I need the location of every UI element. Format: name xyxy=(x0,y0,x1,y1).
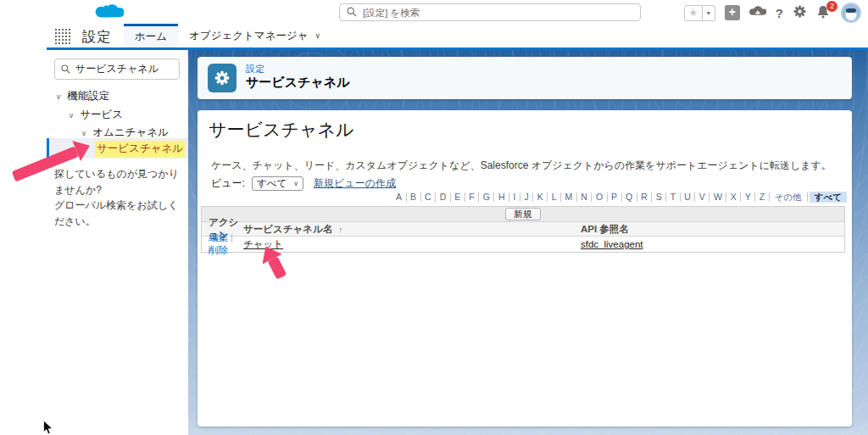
table-action-band: 新規 xyxy=(202,207,844,222)
chevron-down-icon: ∨ xyxy=(293,180,298,187)
alphabet-link[interactable]: M xyxy=(561,192,577,202)
setup-gear-icon[interactable] xyxy=(793,4,807,22)
sidebar-search-input[interactable] xyxy=(75,64,169,75)
alphabet-link[interactable]: A xyxy=(392,192,407,202)
mouse-cursor xyxy=(42,420,54,435)
alphabet-link[interactable]: Y xyxy=(741,192,755,202)
highlighted-tree-label: サービスチャネル xyxy=(95,141,185,157)
alphabet-link[interactable]: S xyxy=(652,192,666,202)
table-header-row: アクション サービスチャネル名 ↑ API 参照名 xyxy=(202,222,844,237)
tab-object-manager-label: オブジェクトマネージャ xyxy=(189,29,308,43)
breadcrumb-setup-link[interactable]: 設定 xyxy=(246,63,264,75)
alphabet-link-all-active[interactable]: すべて xyxy=(810,192,847,203)
search-icon xyxy=(347,5,357,20)
row-actions: 編集|削除 xyxy=(202,231,243,257)
notifications-bell-icon[interactable]: 2 xyxy=(816,5,832,20)
chevron-down-icon[interactable]: ∨ xyxy=(69,111,74,120)
tab-home-label: ホーム xyxy=(135,30,167,44)
alphabet-link[interactable]: P xyxy=(608,192,622,202)
alphabet-link[interactable]: E xyxy=(451,192,465,202)
notification-count-badge: 2 xyxy=(826,1,837,12)
alphabet-link[interactable]: W xyxy=(709,192,726,202)
create-view-link[interactable]: 新規ビューの作成 xyxy=(314,176,396,191)
page-title: サービスチャネル xyxy=(209,118,353,142)
sidebar-item-service[interactable]: ∨ サービス xyxy=(69,107,123,123)
not-found-line1: 探しているものが見つかりませんか? xyxy=(54,166,183,198)
not-found-line2: グローバル検索をお試しください。 xyxy=(54,198,183,229)
favorites-dropdown-icon[interactable]: ▾ xyxy=(703,5,715,21)
alphabet-link[interactable]: B xyxy=(407,192,421,202)
view-select[interactable]: すべて ∨ xyxy=(252,176,303,191)
alphabet-link[interactable]: C xyxy=(421,192,437,202)
view-controls: ビュー: すべて ∨ 新規ビューの作成 xyxy=(211,176,396,191)
tree-label: サービス xyxy=(80,108,123,122)
sidebar-not-found-text: 探しているものが見つかりませんか? グローバル検索をお試しください。 xyxy=(54,166,183,229)
alphabet-link-other[interactable]: その他 xyxy=(770,192,808,202)
global-header-actions: ★ ▾ + ? 2 xyxy=(684,3,861,22)
page-header-title: サービスチャネル xyxy=(246,75,349,91)
alphabet-link[interactable]: N xyxy=(577,192,593,202)
alphabet-link[interactable]: G xyxy=(479,192,494,202)
help-icon[interactable]: ? xyxy=(776,6,783,20)
tree-label: 機能設定 xyxy=(67,89,109,103)
tab-object-manager[interactable]: オブジェクトマネージャ ∨ xyxy=(178,24,331,47)
chevron-down-icon[interactable]: ∨ xyxy=(56,92,61,101)
content-card xyxy=(198,110,852,427)
column-header-api: API 参照名 xyxy=(581,223,844,236)
chevron-down-icon: ∨ xyxy=(315,31,321,40)
link-separator: | xyxy=(231,232,233,243)
sidebar-item-feature-settings[interactable]: ∨ 機能設定 xyxy=(56,88,109,104)
alphabet-filter: A B C D E F G H I J K L M N O P Q R S T … xyxy=(392,192,847,203)
alphabet-link[interactable]: R xyxy=(637,192,653,202)
edit-link[interactable]: 編集 xyxy=(209,232,228,243)
alphabet-link[interactable]: D xyxy=(436,192,451,202)
alphabet-link[interactable]: T xyxy=(666,192,680,202)
sidebar-search[interactable] xyxy=(54,59,180,80)
star-icon[interactable]: ★ xyxy=(684,5,703,21)
app-launcher-icon[interactable] xyxy=(54,28,71,45)
trailhead-icon[interactable] xyxy=(749,5,766,21)
column-header-name[interactable]: サービスチャネル名 ↑ xyxy=(243,223,581,236)
salesforce-logo-icon[interactable] xyxy=(95,2,124,26)
quick-create-button[interactable]: + xyxy=(725,5,740,20)
alphabet-link[interactable]: V xyxy=(695,192,709,202)
favorites-button[interactable]: ★ ▾ xyxy=(684,5,715,21)
alphabet-link[interactable]: O xyxy=(592,192,607,202)
page-description: ケース、チャット、リード、カスタムオブジェクトなど、Salesforce オブジ… xyxy=(211,159,832,173)
view-label: ビュー: xyxy=(211,176,245,191)
row-api-cell: sfdc_liveagent xyxy=(581,239,844,249)
global-search[interactable] xyxy=(339,3,641,21)
tab-home[interactable]: ホーム xyxy=(124,24,178,47)
global-search-input[interactable] xyxy=(363,8,617,18)
alphabet-link[interactable]: X xyxy=(726,192,741,202)
new-button[interactable]: 新規 xyxy=(505,208,541,220)
setup-page-gear-icon xyxy=(208,64,236,92)
global-header: ★ ▾ + ? 2 xyxy=(47,0,868,24)
search-icon xyxy=(61,62,70,77)
alphabet-link[interactable]: I xyxy=(509,192,520,202)
api-name-link[interactable]: sfdc_liveagent xyxy=(581,239,643,249)
nav-tabs: ホーム オブジェクトマネージャ ∨ xyxy=(124,24,331,47)
service-channels-table: 新規 アクション サービスチャネル名 ↑ API 参照名 編集|削除 チャット … xyxy=(201,206,845,253)
view-select-value: すべて xyxy=(257,177,287,190)
alphabet-link[interactable]: Q xyxy=(622,192,637,202)
alphabet-link[interactable]: U xyxy=(681,192,696,202)
alphabet-link[interactable]: J xyxy=(520,192,533,202)
salesforce-setup-page: ★ ▾ + ? 2 設定 ホーム オブジェクトマネージャ ∨ xyxy=(0,0,868,435)
row-name-cell: チャット xyxy=(243,238,581,251)
delete-link[interactable]: 削除 xyxy=(209,245,228,255)
app-name: 設定 xyxy=(82,28,112,47)
alphabet-link[interactable]: F xyxy=(465,192,479,202)
table-row: 編集|削除 チャット sfdc_liveagent xyxy=(202,237,844,252)
alphabet-link[interactable]: H xyxy=(494,192,509,202)
alphabet-link[interactable]: K xyxy=(533,192,548,202)
column-header-name-label: サービスチャネル名 xyxy=(243,224,332,234)
alphabet-link[interactable]: Z xyxy=(755,192,769,202)
sort-ascending-icon: ↑ xyxy=(339,226,343,234)
user-avatar[interactable] xyxy=(841,3,861,23)
alphabet-link[interactable]: L xyxy=(548,192,561,202)
